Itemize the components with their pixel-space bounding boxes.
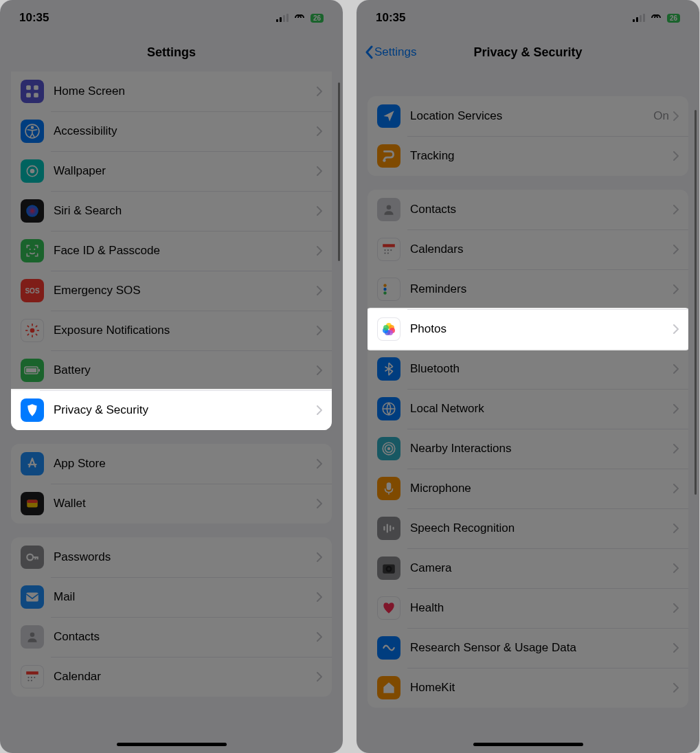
settings-row-app-store[interactable]: App Store <box>11 444 332 484</box>
settings-row-home-screen[interactable]: Home Screen <box>11 71 332 111</box>
settings-row-photos[interactable]: Photos <box>368 309 688 349</box>
svg-rect-3 <box>286 14 289 22</box>
settings-row-reminders[interactable]: Reminders <box>368 269 688 309</box>
settings-row-passwords[interactable]: Passwords <box>11 537 332 577</box>
svg-point-71 <box>387 567 390 570</box>
settings-screen: 10:35 26 Settings Home ScreenAccessibili… <box>0 0 343 753</box>
settings-list[interactable]: Home ScreenAccessibilityWallpaperSiri & … <box>0 69 343 717</box>
chevron-right-icon <box>673 284 679 294</box>
row-label: Photos <box>410 322 673 336</box>
nav-title: Privacy & Security <box>473 45 582 60</box>
settings-row-siri-search[interactable]: Siri & Search <box>11 191 332 231</box>
svg-rect-26 <box>26 368 36 372</box>
svg-point-34 <box>31 677 32 678</box>
svg-point-48 <box>384 252 385 254</box>
svg-point-49 <box>387 252 389 254</box>
settings-row-calendar[interactable]: Calendar <box>11 657 332 697</box>
battery-icon: 26 <box>311 14 324 23</box>
row-label: Bluetooth <box>410 362 673 376</box>
settings-row-battery[interactable]: Battery <box>11 350 332 390</box>
settings-row-tracking[interactable]: Tracking <box>368 136 688 176</box>
settings-row-health[interactable]: Health <box>368 588 688 628</box>
row-label: Contacts <box>54 630 317 644</box>
svg-rect-64 <box>387 482 392 490</box>
svg-rect-1 <box>280 17 282 22</box>
settings-row-microphone[interactable]: Microphone <box>368 469 688 508</box>
chevron-right-icon <box>673 245 679 254</box>
status-time: 10:35 <box>376 11 405 25</box>
settings-row-contacts[interactable]: Contacts <box>368 190 688 229</box>
row-label: Health <box>410 601 673 615</box>
settings-row-accessibility[interactable]: Accessibility <box>11 111 332 151</box>
contacts-icon <box>21 625 44 649</box>
chevron-right-icon <box>673 151 679 161</box>
settings-row-mail[interactable]: Mail <box>11 577 332 617</box>
wallpaper-icon <box>21 159 44 183</box>
photos-icon <box>377 317 400 341</box>
chevron-right-icon <box>673 603 679 613</box>
row-label: Camera <box>410 561 673 575</box>
settings-row-wallet[interactable]: Wallet <box>11 484 332 524</box>
privacy-list[interactable]: Location ServicesOnTrackingContactsCalen… <box>357 69 699 728</box>
home-indicator[interactable] <box>117 743 227 746</box>
svg-point-12 <box>26 205 38 217</box>
face-id-icon <box>21 239 44 262</box>
settings-row-local-network[interactable]: Local Network <box>368 389 688 429</box>
row-label: Exposure Notifications <box>54 324 317 337</box>
settings-row-research-sensor-usage-data[interactable]: Research Sensor & Usage Data <box>368 628 688 668</box>
svg-point-50 <box>383 284 386 286</box>
chevron-right-icon <box>673 643 679 653</box>
row-label: Local Network <box>410 402 673 416</box>
row-label: Wallpaper <box>54 164 317 178</box>
svg-point-59 <box>383 325 389 330</box>
svg-rect-28 <box>27 500 37 503</box>
settings-group: Home ScreenAccessibilityWallpaperSiri & … <box>11 71 332 430</box>
settings-row-calendars[interactable]: Calendars <box>368 229 688 269</box>
chevron-right-icon <box>673 205 679 214</box>
row-label: Accessibility <box>54 124 317 138</box>
chevron-right-icon <box>317 459 322 469</box>
chevron-right-icon <box>317 126 322 136</box>
svg-point-11 <box>30 169 35 174</box>
svg-point-31 <box>30 632 35 637</box>
svg-rect-25 <box>38 369 40 372</box>
settings-row-location-services[interactable]: Location ServicesOn <box>368 96 688 136</box>
settings-row-homekit[interactable]: HomeKit <box>368 668 688 708</box>
svg-rect-39 <box>636 17 638 22</box>
row-label: Battery <box>54 363 317 377</box>
row-label: Privacy & Security <box>54 403 317 417</box>
scroll-indicator[interactable] <box>338 82 340 261</box>
settings-row-face-id-passcode[interactable]: Face ID & Passcode <box>11 231 332 271</box>
svg-rect-7 <box>34 93 38 98</box>
settings-row-camera[interactable]: Camera <box>368 548 688 588</box>
back-button[interactable]: Settings <box>365 45 416 59</box>
svg-point-13 <box>30 249 31 250</box>
settings-row-contacts[interactable]: Contacts <box>11 617 332 657</box>
row-label: Nearby Interactions <box>410 442 673 456</box>
app-store-icon <box>21 452 44 475</box>
svg-point-42 <box>383 159 385 161</box>
svg-point-37 <box>31 679 32 681</box>
link-icon <box>293 14 306 22</box>
settings-row-exposure-notifications[interactable]: Exposure Notifications <box>11 311 332 350</box>
svg-rect-40 <box>640 15 642 22</box>
settings-row-privacy-security[interactable]: Privacy & Security <box>11 390 332 430</box>
chevron-right-icon <box>317 286 322 295</box>
battery-icon <box>21 359 44 382</box>
scroll-indicator[interactable] <box>695 110 697 495</box>
local-network-icon <box>377 397 400 420</box>
home-indicator[interactable] <box>473 743 583 746</box>
microphone-icon <box>377 477 400 500</box>
settings-group: Location ServicesOnTracking <box>368 96 688 176</box>
settings-row-bluetooth[interactable]: Bluetooth <box>368 349 688 389</box>
status-time: 10:35 <box>19 11 49 25</box>
settings-row-wallpaper[interactable]: Wallpaper <box>11 151 332 191</box>
settings-row-nearby-interactions[interactable]: Nearby Interactions <box>368 429 688 469</box>
exposure-icon <box>21 319 44 342</box>
settings-row-emergency-sos[interactable]: SOSEmergency SOS <box>11 271 332 311</box>
privacy-screen: 10:35 26 Settings Privacy & Security Loc… <box>357 0 699 753</box>
chevron-right-icon <box>673 111 679 121</box>
chevron-right-icon <box>317 206 322 216</box>
svg-point-36 <box>27 679 29 681</box>
settings-row-speech-recognition[interactable]: Speech Recognition <box>368 508 688 548</box>
